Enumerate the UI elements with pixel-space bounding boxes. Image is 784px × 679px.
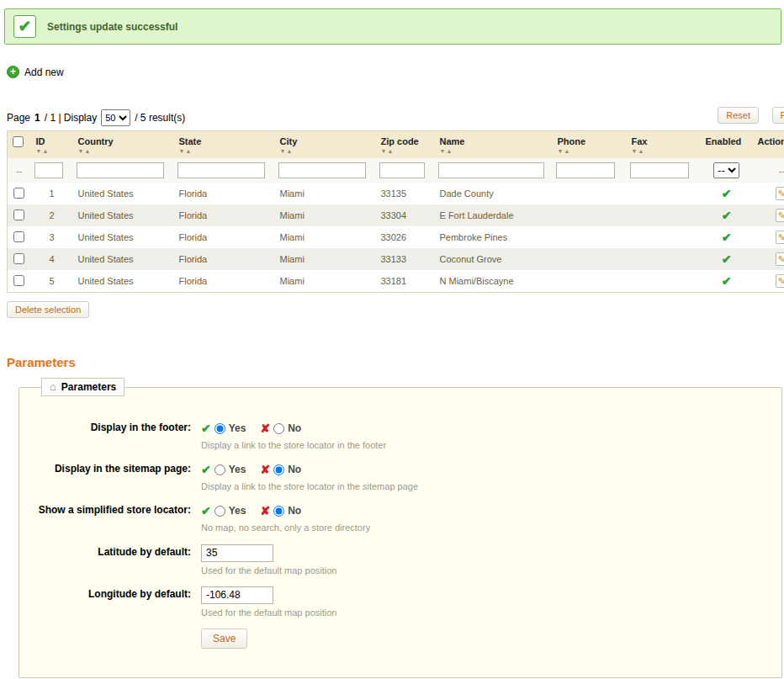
filter-id-input[interactable] [34, 162, 63, 178]
no-cross-icon: ✘ [260, 422, 270, 435]
column-header-label: City [280, 136, 371, 146]
column-header-phone[interactable]: Phone ▼▲ [553, 131, 627, 159]
enabled-check-icon[interactable]: ✔ [722, 274, 732, 288]
edit-icon[interactable]: ✎ [776, 187, 784, 200]
column-header-country[interactable]: Country ▼▲ [73, 131, 174, 159]
column-header-city[interactable]: City ▼▲ [275, 131, 376, 159]
cell-city: Miami [275, 226, 376, 248]
sort-asc-icon[interactable]: ▲ [185, 148, 192, 154]
no-label: No [288, 464, 301, 475]
edit-icon[interactable]: ✎ [776, 231, 784, 244]
add-new-label: Add new [24, 66, 64, 78]
select-all-checkbox[interactable] [13, 136, 24, 147]
column-header-name[interactable]: Name ▼▲ [435, 131, 553, 159]
cell-fax [627, 248, 701, 270]
filter-name-input[interactable] [438, 162, 544, 178]
edit-icon[interactable]: ✎ [776, 274, 784, 288]
sitemap-yes-radio[interactable] [215, 464, 225, 475]
parameters-legend: ⌂ Parameters [41, 378, 124, 396]
row-checkbox[interactable] [13, 231, 24, 242]
cell-city: Miami [275, 248, 376, 270]
filter-button[interactable]: Filter [772, 107, 784, 124]
column-header-action: Action [753, 131, 784, 159]
column-header-label: ID [36, 136, 68, 146]
cell-name: Pembroke Pines [435, 226, 553, 248]
home-icon: ⌂ [50, 382, 56, 392]
sitemap-no-radio[interactable] [273, 464, 284, 475]
sort-asc-icon[interactable]: ▲ [286, 148, 293, 154]
filter-select-dash: -- [8, 158, 31, 183]
row-checkbox[interactable] [13, 253, 24, 264]
latitude-field-label: Latitude by default: [36, 544, 201, 576]
column-header-enabled: Enabled [701, 131, 753, 159]
simplified-no-radio[interactable] [273, 506, 284, 517]
cell-country: United States [73, 204, 174, 226]
footer-no-radio[interactable] [273, 423, 284, 434]
column-header-state[interactable]: State ▼▲ [174, 131, 275, 159]
column-header-zip[interactable]: Zip code ▼▲ [376, 131, 435, 159]
success-banner: ✔ Settings update successful [4, 8, 781, 45]
footer-yes-radio[interactable] [215, 423, 225, 434]
cell-fax [627, 270, 701, 293]
edit-icon[interactable]: ✎ [776, 252, 784, 266]
filter-fax-input[interactable] [630, 162, 689, 178]
filter-state-input[interactable] [177, 162, 265, 178]
edit-icon[interactable]: ✎ [776, 209, 784, 222]
table-row[interactable]: 1 United States Florida Miami 33135 Dade… [8, 183, 784, 204]
sort-asc-icon[interactable]: ▲ [564, 148, 570, 154]
filter-enabled-select[interactable]: -- [713, 162, 739, 178]
sort-asc-icon[interactable]: ▲ [387, 148, 394, 154]
cell-name: Dade County [435, 183, 553, 204]
table-row[interactable]: 3 United States Florida Miami 33026 Pemb… [8, 226, 784, 248]
enabled-check-icon[interactable]: ✔ [722, 252, 732, 266]
sort-asc-icon[interactable]: ▲ [84, 148, 91, 154]
latitude-input[interactable] [201, 544, 273, 562]
sort-asc-icon[interactable]: ▲ [446, 148, 453, 154]
row-checkbox[interactable] [13, 210, 24, 220]
cell-id: 5 [31, 270, 73, 293]
cell-phone [553, 248, 627, 270]
column-header-label: Phone [558, 136, 622, 146]
sort-asc-icon[interactable]: ▲ [42, 148, 49, 154]
table-row[interactable]: 4 United States Florida Miami 33133 Coco… [8, 248, 784, 270]
cell-state: Florida [174, 226, 275, 248]
no-cross-icon: ✘ [260, 463, 270, 476]
longitude-input[interactable] [201, 586, 273, 604]
filter-action-dash: -- [753, 158, 784, 183]
add-new-button[interactable]: + Add new [7, 66, 64, 78]
enabled-check-icon[interactable]: ✔ [722, 209, 732, 222]
table-filter-row: -- -- -- [8, 158, 784, 183]
sort-asc-icon[interactable]: ▲ [638, 148, 644, 154]
cell-phone [553, 183, 627, 204]
reset-button[interactable]: Reset [718, 107, 759, 124]
cell-country: United States [73, 226, 174, 248]
delete-selection-button[interactable]: Delete selection [7, 301, 89, 318]
filter-phone-input[interactable] [556, 162, 615, 178]
save-button[interactable]: Save [201, 629, 247, 649]
column-header-label: Fax [632, 136, 696, 146]
success-check-icon: ✔ [13, 15, 36, 38]
column-header-fax[interactable]: Fax ▼▲ [627, 131, 701, 159]
enabled-check-icon[interactable]: ✔ [722, 187, 732, 200]
row-checkbox[interactable] [13, 188, 24, 199]
parameters-fieldset: ⌂ Parameters Display in the footer: ✔ Ye… [19, 378, 782, 678]
display-count-select[interactable]: 50 [101, 109, 130, 126]
row-checkbox[interactable] [13, 275, 24, 286]
cell-city: Miami [275, 204, 376, 226]
cell-phone [553, 204, 627, 226]
enabled-check-icon[interactable]: ✔ [722, 231, 732, 244]
add-plus-icon: + [7, 66, 19, 78]
filter-zip-input[interactable] [379, 162, 425, 178]
column-header-id[interactable]: ID ▼▲ [31, 131, 73, 159]
filter-country-input[interactable] [77, 162, 164, 178]
table-row[interactable]: 2 United States Florida Miami 33304 E Fo… [8, 204, 784, 226]
table-row[interactable]: 5 United States Florida Miami 33181 N Mi… [8, 270, 784, 293]
cell-id: 1 [31, 183, 73, 204]
filter-city-input[interactable] [278, 162, 366, 178]
column-header-select [8, 131, 31, 159]
longitude-field-row: Longitude by default: Used for the defau… [36, 586, 765, 618]
no-label: No [288, 422, 301, 434]
cell-zip: 33135 [376, 183, 435, 204]
simplified-yes-radio[interactable] [215, 506, 225, 517]
cell-name: N Miami/Biscayne [435, 270, 553, 293]
